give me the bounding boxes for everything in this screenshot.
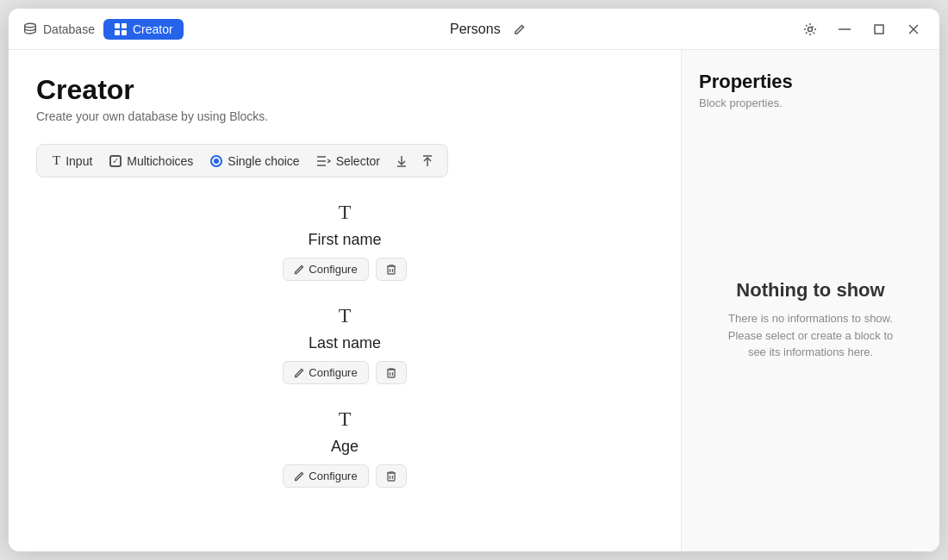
database-tab-label: Database — [43, 22, 95, 36]
properties-title: Properties — [699, 71, 922, 93]
trash-icon — [385, 470, 397, 482]
left-panel: Creator Create your own database by usin… — [9, 50, 681, 551]
svg-rect-4 — [122, 30, 127, 35]
trash-icon — [385, 264, 397, 276]
nothing-desc: There is no informations to show. Please… — [725, 310, 897, 361]
configure-first-name-label: Configure — [309, 263, 357, 276]
block-last-name-actions: Configure — [283, 361, 406, 384]
settings-button[interactable] — [798, 17, 822, 41]
svg-rect-20 — [388, 370, 395, 377]
radio-icon — [210, 155, 222, 167]
toolbar-selector[interactable]: Selector — [312, 152, 385, 170]
nothing-to-show: Nothing to show There is no informations… — [699, 109, 922, 531]
svg-point-5 — [808, 27, 813, 31]
edit-title-button[interactable] — [508, 17, 532, 41]
configure-icon — [294, 471, 304, 482]
move-down-icon — [396, 155, 408, 167]
block-age-actions: Configure — [283, 464, 406, 488]
block-first-name-label: First name — [308, 231, 381, 249]
configure-last-name-label: Configure — [309, 366, 357, 379]
selector-icon — [317, 155, 331, 167]
titlebar: Database Creator Persons — [9, 9, 939, 50]
page-subtitle: Create your own database by using Blocks… — [36, 109, 653, 123]
configure-icon — [294, 264, 304, 275]
block-age: T Age Configure — [36, 408, 653, 488]
toolbar-multichoices-label: Multichoices — [127, 154, 193, 168]
toolbar-move-up[interactable] — [418, 153, 437, 169]
block-first-name-type-icon: T — [339, 202, 352, 222]
nothing-title: Nothing to show — [736, 279, 884, 302]
maximize-button[interactable] — [867, 17, 891, 41]
svg-rect-2 — [122, 23, 127, 28]
main-content: Creator Create your own database by usin… — [9, 50, 939, 551]
close-button[interactable] — [901, 17, 926, 41]
page-title: Creator — [36, 74, 653, 106]
svg-rect-17 — [388, 266, 395, 274]
input-icon: T — [53, 153, 60, 168]
properties-subtitle: Block properties. — [699, 96, 922, 109]
toolbar-multichoices[interactable]: ✓ Multichoices — [104, 152, 198, 170]
minimize-button[interactable] — [833, 17, 857, 41]
configure-first-name-button[interactable]: Configure — [283, 258, 368, 281]
toolbar-single-choice-label: Single choice — [228, 154, 299, 168]
database-tab[interactable]: Database — [22, 22, 95, 37]
delete-last-name-button[interactable] — [376, 361, 407, 384]
move-up-icon — [421, 155, 433, 167]
configure-age-label: Configure — [309, 470, 357, 482]
configure-icon — [294, 368, 304, 378]
toolbar-selector-label: Selector — [336, 154, 380, 168]
creator-tab[interactable]: Creator — [103, 19, 184, 40]
properties-panel: Properties Block properties. Nothing to … — [681, 50, 939, 551]
block-age-label: Age — [331, 438, 359, 456]
toolbar-input-label: Input — [65, 154, 92, 168]
svg-rect-23 — [388, 473, 395, 481]
block-first-name: T First name Configure — [36, 202, 653, 281]
checkbox-icon: ✓ — [109, 155, 122, 167]
svg-rect-7 — [875, 25, 883, 34]
app-window: Database Creator Persons — [9, 9, 939, 551]
block-first-name-actions: Configure — [283, 258, 406, 281]
trash-icon — [385, 367, 397, 379]
toolbar-single-choice[interactable]: Single choice — [205, 152, 304, 170]
block-last-name: T Last name Configure — [36, 305, 653, 384]
database-icon — [22, 22, 38, 37]
delete-first-name-button[interactable] — [376, 258, 407, 281]
window-title: Persons — [450, 22, 501, 37]
block-last-name-label: Last name — [309, 334, 381, 352]
toolbar-input[interactable]: T Input — [47, 152, 97, 170]
svg-rect-3 — [115, 30, 120, 35]
titlebar-center: Persons — [184, 17, 798, 41]
creator-tab-icon — [114, 22, 128, 36]
configure-last-name-button[interactable]: Configure — [283, 361, 368, 384]
block-age-type-icon: T — [339, 408, 352, 429]
creator-tab-label: Creator — [133, 22, 173, 36]
toolbar-move-down[interactable] — [392, 153, 411, 169]
svg-rect-1 — [115, 23, 120, 28]
block-last-name-type-icon: T — [339, 305, 352, 326]
blocks-container: T First name Configure — [36, 202, 653, 488]
titlebar-actions — [798, 17, 926, 41]
delete-age-button[interactable] — [376, 464, 407, 488]
blocks-toolbar: T Input ✓ Multichoices Single choice — [36, 144, 448, 177]
titlebar-tabs: Database Creator — [22, 19, 184, 40]
configure-age-button[interactable]: Configure — [283, 464, 368, 488]
svg-point-0 — [25, 23, 36, 28]
